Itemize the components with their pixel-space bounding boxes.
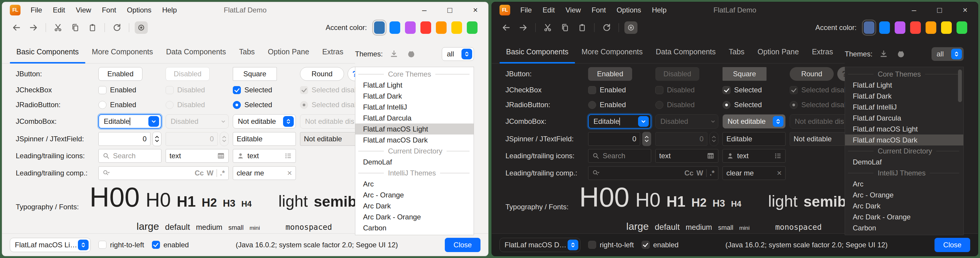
maximize-button[interactable]: □	[445, 6, 455, 15]
clearable-input[interactable]: clear me×	[722, 166, 786, 180]
whole-word-toggle[interactable]: W	[207, 169, 213, 177]
tab-basic-components[interactable]: Basic Components	[10, 47, 85, 63]
radio-enabled[interactable]: Enabled	[99, 101, 161, 109]
text-input-with-user-icon[interactable]: text	[722, 149, 786, 163]
spinner-value[interactable]: 0	[99, 132, 150, 146]
radio-icon[interactable]	[588, 101, 596, 109]
theme-list-item[interactable]: Arc	[355, 179, 474, 190]
menu-help[interactable]: Help	[652, 6, 666, 14]
themes-filter-combobox[interactable]: all	[442, 47, 474, 61]
tab-extras[interactable]: Extras	[316, 47, 350, 63]
radio-enabled[interactable]: Enabled	[588, 101, 651, 109]
clearable-value[interactable]: clear me	[726, 169, 774, 177]
accent-swatch-default[interactable]	[864, 21, 875, 34]
spinner-enabled[interactable]: 0	[588, 132, 651, 146]
tab-option-pane[interactable]: Option Pane	[751, 47, 805, 63]
spinner-updown-icon[interactable]	[642, 132, 651, 146]
download-themes-button[interactable]	[388, 48, 400, 60]
cut-button[interactable]	[541, 21, 554, 34]
theme-list-item[interactable]: FlatLaf Light	[845, 79, 963, 90]
theme-list-item[interactable]: DemoLaf	[845, 157, 963, 168]
text-value[interactable]: text	[169, 152, 214, 160]
checkbox-icon[interactable]	[588, 241, 596, 249]
theme-combobox[interactable]: FlatLaf macOS Li…	[10, 238, 91, 252]
theme-list-item[interactable]: Arc - Orange	[845, 190, 963, 200]
round-button[interactable]: Round	[790, 67, 834, 81]
theme-list-item[interactable]: FlatLaf Darcula	[845, 112, 963, 123]
chevron-down-icon[interactable]	[638, 116, 649, 127]
textfield-editable[interactable]: Editable	[722, 132, 786, 146]
search-input[interactable]: Search	[99, 149, 161, 163]
github-button[interactable]	[895, 48, 907, 60]
menu-file[interactable]: File	[30, 6, 42, 14]
enabled-button[interactable]: Enabled	[99, 67, 142, 81]
accent-swatch-yellow[interactable]	[451, 21, 462, 34]
textfield-value[interactable]: Editable	[726, 135, 782, 143]
tab-tabs[interactable]: Tabs	[232, 47, 261, 63]
round-button[interactable]: Round	[300, 67, 344, 81]
theme-combobox-value[interactable]: FlatLaf macOS D…	[504, 241, 568, 249]
accent-swatch-green[interactable]	[956, 21, 967, 34]
enabled-checkbox[interactable]: enabled	[642, 241, 679, 249]
combobox-not-editable[interactable]: Not editable	[233, 114, 296, 128]
text-value[interactable]: text	[247, 152, 281, 160]
download-themes-button[interactable]	[878, 48, 889, 60]
menu-view[interactable]: View	[76, 6, 91, 14]
menu-edit[interactable]: Edit	[542, 6, 555, 14]
accent-swatch-default[interactable]	[374, 21, 385, 34]
radio-icon[interactable]	[233, 101, 241, 109]
theme-list-item[interactable]: Arc Dark	[355, 200, 474, 211]
text-value[interactable]: text	[737, 152, 771, 160]
chevron-updown-icon[interactable]	[461, 49, 472, 59]
chevron-down-icon[interactable]	[148, 116, 159, 127]
paste-button[interactable]	[576, 21, 589, 34]
clearable-input[interactable]: clear me×	[233, 166, 296, 180]
clear-icon[interactable]: ×	[777, 168, 782, 178]
refresh-button[interactable]	[600, 21, 613, 34]
theme-list-item[interactable]: Arc - Orange	[355, 190, 474, 200]
close-window-button[interactable]: ×	[470, 6, 480, 15]
square-button[interactable]: Square	[233, 67, 277, 81]
accent-swatch-blue[interactable]	[390, 21, 400, 34]
theme-list-item[interactable]: FlatLaf IntelliJ	[845, 101, 963, 112]
inspect-toggle-button[interactable]	[624, 21, 638, 34]
theme-list-item[interactable]: Arc Dark	[845, 200, 963, 211]
combobox-value[interactable]: Not editable	[727, 117, 773, 126]
close-window-button[interactable]: ×	[960, 6, 970, 15]
forward-button[interactable]	[27, 21, 40, 34]
inspect-toggle-button[interactable]	[135, 21, 148, 34]
accent-swatch-orange[interactable]	[436, 21, 447, 34]
regex-toggle[interactable]: .*	[710, 169, 714, 177]
text-input-with-table-icon[interactable]: text	[655, 149, 718, 163]
menu-font[interactable]: Font	[102, 6, 116, 14]
theme-list-item[interactable]: FlatLaf Light	[355, 79, 474, 90]
menu-font[interactable]: Font	[592, 6, 606, 14]
scrollbar-thumb[interactable]	[958, 70, 962, 102]
accent-swatch-purple[interactable]	[895, 21, 905, 34]
spinner-updown-icon[interactable]	[153, 132, 161, 146]
theme-combobox[interactable]: FlatLaf macOS D…	[500, 238, 581, 252]
menu-edit[interactable]: Edit	[53, 6, 65, 14]
right-to-left-checkbox[interactable]: right-to-left	[588, 241, 634, 249]
theme-list-item[interactable]: FlatLaf macOS Dark	[355, 135, 474, 146]
copy-button[interactable]	[558, 21, 571, 34]
checkbox-icon[interactable]	[233, 86, 241, 94]
paste-button[interactable]	[86, 21, 99, 34]
text-value[interactable]: text	[659, 152, 704, 160]
tab-basic-components[interactable]: Basic Components	[500, 47, 575, 63]
menu-view[interactable]: View	[566, 6, 581, 14]
checkbox-enabled[interactable]: Enabled	[99, 86, 161, 94]
textfield-editable[interactable]: Editable	[233, 132, 296, 146]
tab-more-components[interactable]: More Components	[575, 47, 649, 63]
enabled-checkbox[interactable]: enabled	[152, 241, 189, 249]
theme-list-item[interactable]: FlatLaf Dark	[355, 90, 474, 101]
search-input[interactable]: Search	[588, 149, 651, 163]
regex-toggle[interactable]: .*	[220, 169, 225, 177]
combobox-not-editable[interactable]: Not editable	[722, 114, 786, 128]
theme-list-item[interactable]: Cobalt 2	[845, 233, 963, 235]
back-button[interactable]	[500, 21, 512, 34]
tab-option-pane[interactable]: Option Pane	[261, 47, 316, 63]
tab-data-components[interactable]: Data Components	[159, 47, 232, 63]
checkbox-icon[interactable]	[99, 86, 107, 94]
theme-list-item[interactable]: FlatLaf macOS Dark	[845, 135, 963, 146]
